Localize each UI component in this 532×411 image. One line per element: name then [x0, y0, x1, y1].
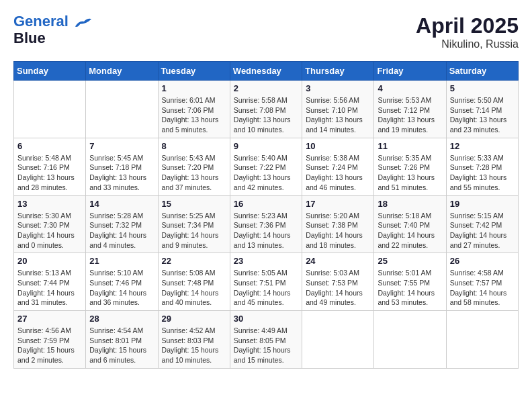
calendar-table: SundayMondayTuesdayWednesdayThursdayFrid… — [13, 61, 519, 369]
calendar-cell: 12Sunrise: 5:33 AM Sunset: 7:28 PM Dayli… — [446, 138, 518, 195]
day-number: 25 — [378, 256, 442, 266]
calendar-cell: 25Sunrise: 5:01 AM Sunset: 7:55 PM Dayli… — [374, 253, 446, 311]
header-day-tuesday: Tuesday — [158, 62, 230, 81]
day-number: 22 — [162, 256, 226, 266]
day-number: 18 — [378, 199, 442, 209]
day-info: Sunrise: 5:28 AM Sunset: 7:32 PM Dayligh… — [89, 211, 154, 250]
day-info: Sunrise: 5:18 AM Sunset: 7:40 PM Dayligh… — [378, 211, 442, 250]
day-info: Sunrise: 5:33 AM Sunset: 7:28 PM Dayligh… — [450, 153, 515, 193]
calendar-cell — [302, 311, 374, 369]
header-day-monday: Monday — [86, 62, 158, 81]
day-number: 14 — [89, 199, 154, 209]
calendar-cell: 5Sunrise: 5:50 AM Sunset: 7:14 PM Daylig… — [446, 81, 518, 138]
week-row-2: 6Sunrise: 5:48 AM Sunset: 7:16 PM Daylig… — [14, 138, 519, 195]
calendar-cell: 30Sunrise: 4:49 AM Sunset: 8:05 PM Dayli… — [230, 311, 302, 369]
day-number: 21 — [89, 256, 154, 266]
calendar-cell: 20Sunrise: 5:13 AM Sunset: 7:44 PM Dayli… — [14, 253, 86, 311]
week-row-5: 27Sunrise: 4:56 AM Sunset: 7:59 PM Dayli… — [14, 311, 519, 369]
calendar-body: 1Sunrise: 6:01 AM Sunset: 7:06 PM Daylig… — [14, 81, 519, 369]
calendar-cell: 13Sunrise: 5:30 AM Sunset: 7:30 PM Dayli… — [14, 195, 86, 253]
day-number: 6 — [17, 141, 82, 151]
calendar-cell: 10Sunrise: 5:38 AM Sunset: 7:24 PM Dayli… — [302, 138, 374, 195]
calendar-cell — [446, 311, 518, 369]
day-info: Sunrise: 5:01 AM Sunset: 7:55 PM Dayligh… — [378, 268, 442, 308]
day-info: Sunrise: 5:40 AM Sunset: 7:22 PM Dayligh… — [234, 153, 298, 193]
day-number: 28 — [89, 314, 154, 324]
day-info: Sunrise: 5:56 AM Sunset: 7:10 PM Dayligh… — [306, 95, 370, 135]
calendar-cell: 11Sunrise: 5:35 AM Sunset: 7:26 PM Dayli… — [374, 138, 446, 195]
day-info: Sunrise: 5:20 AM Sunset: 7:38 PM Dayligh… — [306, 211, 370, 250]
day-number: 11 — [378, 141, 442, 151]
calendar-cell: 23Sunrise: 5:05 AM Sunset: 7:51 PM Dayli… — [230, 253, 302, 311]
day-number: 27 — [17, 314, 82, 324]
day-number: 4 — [378, 83, 442, 93]
header-day-thursday: Thursday — [302, 62, 374, 81]
title-block: April 2025 Nikulino, Russia — [416, 13, 519, 50]
day-number: 30 — [234, 314, 298, 324]
day-info: Sunrise: 5:08 AM Sunset: 7:48 PM Dayligh… — [162, 268, 226, 308]
day-number: 3 — [306, 83, 370, 93]
calendar-cell: 26Sunrise: 4:58 AM Sunset: 7:57 PM Dayli… — [446, 253, 518, 311]
day-info: Sunrise: 5:03 AM Sunset: 7:53 PM Dayligh… — [306, 268, 370, 308]
calendar-cell: 16Sunrise: 5:23 AM Sunset: 7:36 PM Dayli… — [230, 195, 302, 253]
day-info: Sunrise: 5:45 AM Sunset: 7:18 PM Dayligh… — [89, 153, 154, 193]
day-number: 12 — [450, 141, 515, 151]
day-info: Sunrise: 5:10 AM Sunset: 7:46 PM Dayligh… — [89, 268, 154, 308]
day-number: 9 — [234, 141, 298, 151]
calendar-cell: 22Sunrise: 5:08 AM Sunset: 7:48 PM Dayli… — [158, 253, 230, 311]
calendar-cell — [374, 311, 446, 369]
day-number: 13 — [17, 199, 82, 209]
week-row-1: 1Sunrise: 6:01 AM Sunset: 7:06 PM Daylig… — [14, 81, 519, 138]
logo: General Blue — [13, 13, 93, 47]
calendar-cell: 18Sunrise: 5:18 AM Sunset: 7:40 PM Dayli… — [374, 195, 446, 253]
day-number: 17 — [306, 199, 370, 209]
header-day-saturday: Saturday — [446, 62, 518, 81]
calendar-cell: 21Sunrise: 5:10 AM Sunset: 7:46 PM Dayli… — [86, 253, 158, 311]
calendar-cell: 19Sunrise: 5:15 AM Sunset: 7:42 PM Dayli… — [446, 195, 518, 253]
day-info: Sunrise: 5:58 AM Sunset: 7:08 PM Dayligh… — [234, 95, 298, 135]
day-info: Sunrise: 5:13 AM Sunset: 7:44 PM Dayligh… — [17, 268, 82, 308]
day-number: 15 — [162, 199, 226, 209]
logo-line1: General — [13, 13, 69, 30]
day-number: 26 — [450, 256, 515, 266]
day-number: 5 — [450, 83, 515, 93]
day-number: 24 — [306, 256, 370, 266]
header-day-wednesday: Wednesday — [230, 62, 302, 81]
day-info: Sunrise: 5:38 AM Sunset: 7:24 PM Dayligh… — [306, 153, 370, 193]
calendar-header-row: SundayMondayTuesdayWednesdayThursdayFrid… — [14, 62, 519, 81]
page-header: General Blue April 2025 Nikulino, Russia — [13, 13, 519, 50]
calendar-cell: 27Sunrise: 4:56 AM Sunset: 7:59 PM Dayli… — [14, 311, 86, 369]
day-info: Sunrise: 4:52 AM Sunset: 8:03 PM Dayligh… — [162, 326, 226, 365]
day-info: Sunrise: 4:54 AM Sunset: 8:01 PM Dayligh… — [89, 326, 154, 365]
day-info: Sunrise: 5:15 AM Sunset: 7:42 PM Dayligh… — [450, 211, 515, 250]
calendar-cell — [86, 81, 158, 138]
day-number: 8 — [162, 141, 226, 151]
day-number: 23 — [234, 256, 298, 266]
day-info: Sunrise: 5:50 AM Sunset: 7:14 PM Dayligh… — [450, 95, 515, 135]
day-number: 29 — [162, 314, 226, 324]
calendar-cell: 7Sunrise: 5:45 AM Sunset: 7:18 PM Daylig… — [86, 138, 158, 195]
location-title: Nikulino, Russia — [416, 38, 519, 50]
day-number: 10 — [306, 141, 370, 151]
header-day-sunday: Sunday — [14, 62, 86, 81]
day-info: Sunrise: 6:01 AM Sunset: 7:06 PM Dayligh… — [162, 95, 226, 135]
calendar-cell: 29Sunrise: 4:52 AM Sunset: 8:03 PM Dayli… — [158, 311, 230, 369]
calendar-cell: 17Sunrise: 5:20 AM Sunset: 7:38 PM Dayli… — [302, 195, 374, 253]
calendar-cell: 1Sunrise: 6:01 AM Sunset: 7:06 PM Daylig… — [158, 81, 230, 138]
day-info: Sunrise: 5:25 AM Sunset: 7:34 PM Dayligh… — [162, 211, 226, 250]
calendar-cell: 6Sunrise: 5:48 AM Sunset: 7:16 PM Daylig… — [14, 138, 86, 195]
calendar-cell: 15Sunrise: 5:25 AM Sunset: 7:34 PM Dayli… — [158, 195, 230, 253]
day-info: Sunrise: 5:48 AM Sunset: 7:16 PM Dayligh… — [17, 153, 82, 193]
calendar-cell — [14, 81, 86, 138]
calendar-cell: 24Sunrise: 5:03 AM Sunset: 7:53 PM Dayli… — [302, 253, 374, 311]
day-info: Sunrise: 5:05 AM Sunset: 7:51 PM Dayligh… — [234, 268, 298, 308]
day-info: Sunrise: 5:43 AM Sunset: 7:20 PM Dayligh… — [162, 153, 226, 193]
calendar-cell: 4Sunrise: 5:53 AM Sunset: 7:12 PM Daylig… — [374, 81, 446, 138]
calendar-cell: 9Sunrise: 5:40 AM Sunset: 7:22 PM Daylig… — [230, 138, 302, 195]
day-number: 19 — [450, 199, 515, 209]
day-info: Sunrise: 4:58 AM Sunset: 7:57 PM Dayligh… — [450, 268, 515, 308]
day-number: 16 — [234, 199, 298, 209]
logo-bird-icon — [74, 15, 93, 30]
day-number: 20 — [17, 256, 82, 266]
day-info: Sunrise: 4:56 AM Sunset: 7:59 PM Dayligh… — [17, 326, 82, 365]
